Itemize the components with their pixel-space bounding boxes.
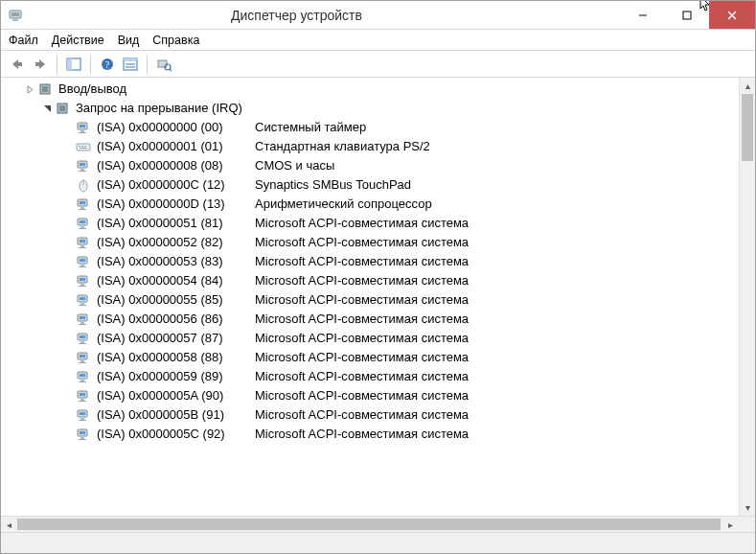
svg-rect-32 xyxy=(80,148,87,149)
irq-description: Арифметический сопроцессор xyxy=(255,196,432,213)
computer-icon xyxy=(76,350,91,365)
tree-item[interactable]: (ISA) 0x00000054 (84)Microsoft ACPI-совм… xyxy=(7,271,739,290)
tree-item[interactable]: (ISA) 0x00000058 (88)Microsoft ACPI-совм… xyxy=(7,348,739,367)
properties-button[interactable] xyxy=(120,54,141,75)
forward-button[interactable] xyxy=(30,54,51,75)
tree-item[interactable]: (ISA) 0x00000001 (01)Стандартная клавиат… xyxy=(7,137,739,156)
scroll-corner xyxy=(739,517,755,532)
irq-address: (ISA) 0x00000056 (86) xyxy=(97,311,255,328)
tree-item[interactable]: (ISA) 0x00000055 (85)Microsoft ACPI-совм… xyxy=(7,290,739,310)
svg-rect-78 xyxy=(79,381,86,382)
svg-rect-68 xyxy=(80,335,85,338)
svg-rect-31 xyxy=(84,146,86,147)
irq-address: (ISA) 0x0000005A (90) xyxy=(97,387,255,404)
statusbar xyxy=(1,532,755,553)
computer-icon xyxy=(76,158,91,173)
scroll-right-arrow[interactable]: ▸ xyxy=(722,517,739,532)
svg-rect-76 xyxy=(80,374,85,377)
irq-description: Microsoft ACPI-совместимая система xyxy=(255,387,469,404)
svg-rect-27 xyxy=(79,132,86,133)
show-hide-tree-button[interactable] xyxy=(63,54,84,75)
expander-icon[interactable] xyxy=(41,103,53,114)
svg-rect-56 xyxy=(80,278,85,281)
scan-hardware-button[interactable] xyxy=(153,54,174,75)
svg-rect-10 xyxy=(67,58,72,70)
irq-address: (ISA) 0x00000053 (83) xyxy=(97,253,255,270)
computer-icon xyxy=(76,196,91,212)
maximize-button[interactable] xyxy=(665,1,709,29)
svg-rect-89 xyxy=(80,437,84,439)
svg-rect-48 xyxy=(80,240,85,242)
horizontal-scrollbar[interactable]: ◂ ▸ xyxy=(1,516,755,532)
svg-line-19 xyxy=(170,69,172,71)
expander-icon[interactable] xyxy=(24,83,35,95)
tree-item[interactable]: (ISA) 0x00000057 (87)Microsoft ACPI-совм… xyxy=(7,329,739,348)
content-area: Ввод/выводЗапрос на прерывание (IRQ)(ISA… xyxy=(1,78,755,553)
tree-item[interactable]: (ISA) 0x00000052 (82)Microsoft ACPI-совм… xyxy=(7,233,739,252)
svg-rect-62 xyxy=(79,305,86,306)
toolbar-separator xyxy=(147,55,148,74)
menu-help[interactable]: Справка xyxy=(152,34,199,47)
window-title: Диспетчер устройств xyxy=(0,8,621,23)
toolbar-separator xyxy=(57,55,57,74)
computer-icon xyxy=(76,427,91,442)
irq-description: Microsoft ACPI-совместимая система xyxy=(255,272,469,289)
irq-description: Microsoft ACPI-совместимая система xyxy=(255,368,469,385)
vertical-scroll-thumb[interactable] xyxy=(742,94,753,161)
tree-item[interactable]: (ISA) 0x00000053 (83)Microsoft ACPI-совм… xyxy=(7,252,739,271)
irq-address: (ISA) 0x00000059 (89) xyxy=(97,368,255,385)
irq-description: Microsoft ACPI-совместимая система xyxy=(255,426,469,443)
svg-rect-14 xyxy=(124,58,137,61)
vertical-scrollbar[interactable]: ▴ ▾ xyxy=(739,78,755,516)
tree-item[interactable]: (ISA) 0x00000000 (00)Системный таймер xyxy=(7,118,739,137)
svg-rect-35 xyxy=(80,169,84,171)
horizontal-scroll-track[interactable] xyxy=(17,517,722,532)
irq-address: (ISA) 0x00000001 (01) xyxy=(97,138,255,155)
tree-node-irq[interactable]: Запрос на прерывание (IRQ) xyxy=(7,99,739,118)
irq-description: Microsoft ACPI-совместимая система xyxy=(255,215,469,232)
svg-rect-65 xyxy=(80,322,84,324)
tree-item[interactable]: (ISA) 0x00000056 (86)Microsoft ACPI-совм… xyxy=(7,310,739,329)
tree-node-label: Запрос на прерывание (IRQ) xyxy=(76,100,242,117)
tree-item[interactable]: (ISA) 0x00000059 (89)Microsoft ACPI-совм… xyxy=(7,367,739,386)
tree-item[interactable]: (ISA) 0x0000005C (92)Microsoft ACPI-совм… xyxy=(7,425,739,444)
svg-rect-41 xyxy=(80,207,84,209)
svg-rect-25 xyxy=(80,125,85,127)
irq-address: (ISA) 0x00000055 (85) xyxy=(97,291,255,309)
svg-rect-40 xyxy=(80,201,85,204)
svg-rect-82 xyxy=(79,401,86,402)
svg-rect-77 xyxy=(80,380,84,381)
svg-rect-58 xyxy=(79,286,86,287)
irq-address: (ISA) 0x0000000D (13) xyxy=(97,196,255,213)
svg-rect-46 xyxy=(79,228,86,229)
close-button[interactable] xyxy=(709,1,755,29)
svg-rect-53 xyxy=(80,265,84,266)
tree-item[interactable]: (ISA) 0x0000005B (91)Microsoft ACPI-совм… xyxy=(7,405,739,425)
tree-item[interactable]: (ISA) 0x0000000D (13) Арифметический соп… xyxy=(7,195,739,214)
minimize-button[interactable] xyxy=(621,1,665,29)
menu-file[interactable]: Файл xyxy=(9,34,38,47)
tree-item[interactable]: (ISA) 0x00000051 (81)Microsoft ACPI-совм… xyxy=(7,214,739,233)
horizontal-scroll-thumb[interactable] xyxy=(17,519,721,530)
svg-rect-74 xyxy=(79,362,86,363)
scroll-down-arrow[interactable]: ▾ xyxy=(740,499,755,516)
menu-action[interactable]: Действие xyxy=(52,34,104,47)
tree-node-io[interactable]: Ввод/вывод xyxy=(7,80,739,99)
irq-description: Системный таймер xyxy=(255,119,366,136)
menu-view[interactable]: Вид xyxy=(118,34,140,47)
device-tree[interactable]: Ввод/выводЗапрос на прерывание (IRQ)(ISA… xyxy=(1,78,739,516)
irq-description: Microsoft ACPI-совместимая система xyxy=(255,330,469,347)
computer-icon xyxy=(76,254,91,269)
tree-item[interactable]: (ISA) 0x0000005A (90) Microsoft ACPI-сов… xyxy=(7,386,739,405)
tree-item[interactable]: (ISA) 0x00000008 (08)CMOS и часы xyxy=(7,156,739,175)
tree-item[interactable]: (ISA) 0x0000000C (12)Synaptics SMBus Tou… xyxy=(7,175,739,195)
scroll-left-arrow[interactable]: ◂ xyxy=(1,517,17,532)
scroll-up-arrow[interactable]: ▴ xyxy=(740,78,755,94)
computer-icon xyxy=(76,273,91,289)
svg-rect-21 xyxy=(42,86,48,92)
irq-description: Microsoft ACPI-совместимая система xyxy=(255,234,469,251)
help-button[interactable]: ? xyxy=(97,54,118,75)
computer-icon xyxy=(76,369,91,384)
svg-rect-64 xyxy=(80,316,85,319)
back-button[interactable] xyxy=(7,54,28,75)
